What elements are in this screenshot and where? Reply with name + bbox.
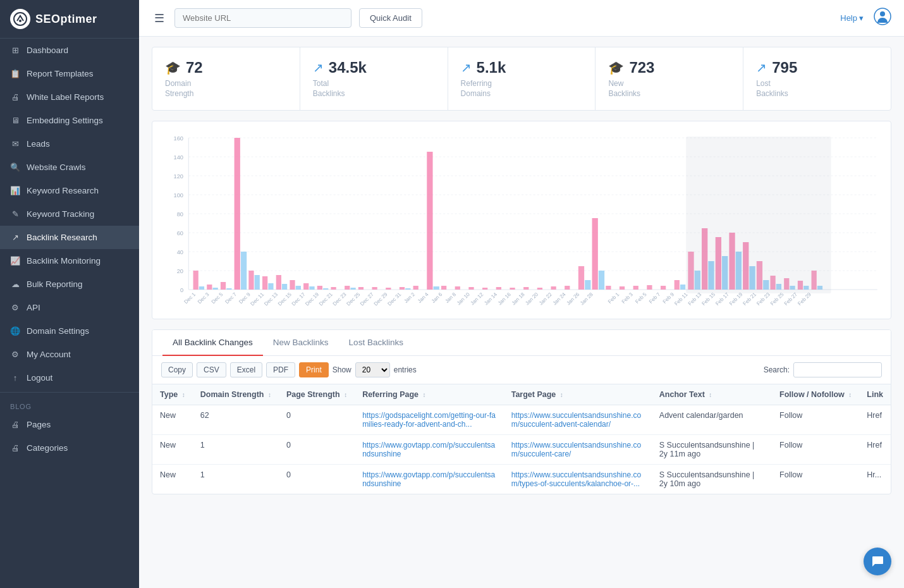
- svg-text:Jan 16: Jan 16: [497, 291, 512, 307]
- table-row: New 62 0 https://godspacelight.com/getti…: [152, 405, 891, 435]
- svg-rect-43: [331, 287, 336, 290]
- col-header-domain-strength[interactable]: Domain Strength ↕: [193, 384, 279, 405]
- sidebar-item-label: Report Templates: [27, 69, 94, 78]
- excel-button[interactable]: Excel: [230, 362, 262, 377]
- svg-rect-45: [350, 288, 355, 290]
- entries-select[interactable]: 20 50 100: [355, 362, 390, 377]
- col-header-anchor-text[interactable]: Anchor Text ↕: [652, 384, 772, 405]
- col-header-follow-nofollow[interactable]: Follow / Nofollow ↕: [772, 384, 859, 405]
- sidebar-item-website-crawls[interactable]: 🔍 Website Crawls: [0, 156, 139, 179]
- search-input[interactable]: [793, 362, 882, 377]
- sidebar-item-white-label-reports[interactable]: 🖨 White Label Reports: [0, 85, 139, 109]
- cell-domain-strength: 62: [193, 405, 279, 435]
- help-button[interactable]: Help ▾: [840, 13, 864, 23]
- sidebar-item-label: Leads: [27, 139, 50, 149]
- svg-text:Feb 11: Feb 11: [673, 291, 689, 307]
- svg-text:100: 100: [174, 192, 183, 199]
- sidebar-item-report-templates[interactable]: 📋 Report Templates: [0, 62, 139, 85]
- svg-text:Dec 23: Dec 23: [332, 291, 348, 307]
- csv-button[interactable]: CSV: [197, 362, 226, 377]
- cell-referring-page[interactable]: https://godspacelight.com/getting-our-fa…: [355, 405, 504, 435]
- cell-type: New: [152, 405, 193, 435]
- header-right: Help ▾: [840, 8, 891, 29]
- sidebar-item-backlink-monitoring[interactable]: 📈 Backlink Monitoring: [0, 249, 139, 273]
- svg-text:Dec 19: Dec 19: [304, 291, 320, 307]
- svg-rect-48: [386, 288, 391, 290]
- cell-domain-strength: 1: [193, 465, 279, 494]
- cell-referring-page[interactable]: https://www.govtapp.com/p/succulentsands…: [355, 435, 504, 465]
- svg-rect-74: [680, 285, 685, 290]
- logout-icon: ↑: [10, 373, 20, 383]
- cell-follow: Follow: [772, 465, 859, 494]
- backlink-research-icon: ↗: [10, 233, 20, 242]
- sidebar-item-categories[interactable]: 🖨 Categories: [0, 436, 139, 460]
- sidebar-item-my-account[interactable]: ⚙ My Account: [0, 343, 139, 366]
- sidebar-item-label: My Account: [27, 350, 71, 359]
- chat-button[interactable]: [864, 548, 891, 575]
- svg-rect-51: [413, 286, 418, 290]
- stat-label-total-backlinks: TotalBacklinks: [313, 79, 435, 99]
- svg-rect-52: [427, 152, 432, 290]
- cell-follow: Follow: [772, 435, 859, 465]
- table-row: New 1 0 https://www.govtapp.com/p/succul…: [152, 465, 891, 494]
- col-header-type[interactable]: Type ↕: [152, 384, 193, 405]
- svg-rect-59: [510, 288, 515, 290]
- svg-rect-60: [523, 287, 528, 290]
- url-input[interactable]: [174, 8, 351, 28]
- referring-domains-icon: ↗: [461, 60, 472, 75]
- cell-target-page[interactable]: https://www.succulentsandsunshine.com/su…: [504, 435, 652, 465]
- svg-text:Feb 29: Feb 29: [797, 291, 812, 307]
- svg-text:Dec 5: Dec 5: [211, 291, 224, 305]
- svg-text:0: 0: [180, 287, 183, 293]
- col-header-page-strength[interactable]: Page Strength ↕: [279, 384, 355, 405]
- show-label: Show: [333, 365, 351, 374]
- tab-all-backlink-changes[interactable]: All Backlink Changes: [162, 330, 263, 356]
- sidebar-item-logout[interactable]: ↑ Logout: [0, 366, 139, 389]
- svg-rect-56: [468, 287, 473, 290]
- sidebar-item-dashboard[interactable]: ⊞ Dashboard: [0, 39, 139, 62]
- stat-card-lost-backlinks: ↗ 795 LostBacklinks: [743, 47, 891, 110]
- svg-rect-50: [405, 288, 410, 290]
- tab-new-backlinks[interactable]: New Backlinks: [263, 330, 339, 356]
- sidebar-item-backlink-research[interactable]: ↗ Backlink Research: [0, 226, 139, 249]
- sidebar-item-keyword-research[interactable]: 📊 Keyword Research: [0, 179, 139, 202]
- sidebar-item-label: Keyword Tracking: [27, 209, 94, 219]
- dashboard-icon: ⊞: [10, 46, 20, 55]
- cell-target-page[interactable]: https://www.succulentsandsunshine.com/ty…: [504, 465, 652, 494]
- cell-type: New: [152, 465, 193, 494]
- cell-target-page[interactable]: https://www.succulentsandsunshine.com/su…: [504, 405, 652, 435]
- col-header-referring-page[interactable]: Referring Page ↕: [355, 384, 504, 405]
- svg-rect-35: [276, 275, 281, 290]
- user-avatar-button[interactable]: [874, 8, 891, 29]
- svg-rect-96: [686, 137, 831, 293]
- svg-rect-39: [303, 283, 308, 290]
- quick-audit-button[interactable]: Quick Audit: [359, 8, 422, 28]
- sidebar-item-bulk-reporting[interactable]: ☁ Bulk Reporting: [0, 273, 139, 296]
- svg-text:Feb 21: Feb 21: [742, 291, 758, 307]
- sidebar-item-pages[interactable]: 🖨 Pages: [0, 413, 139, 436]
- svg-text:Jan 22: Jan 22: [538, 291, 553, 307]
- cell-link: Hr...: [859, 465, 891, 494]
- new-backlinks-icon: 🎓: [608, 60, 624, 75]
- sidebar-item-api[interactable]: ⚙ API: [0, 296, 139, 319]
- copy-button[interactable]: Copy: [161, 362, 193, 377]
- backlinks-table: Type ↕ Domain Strength ↕ Page Strength ↕…: [152, 384, 891, 494]
- print-button[interactable]: Print: [299, 362, 329, 377]
- pdf-button[interactable]: PDF: [266, 362, 295, 377]
- sidebar-item-embedding-settings[interactable]: 🖥 Embedding Settings: [0, 109, 139, 132]
- col-header-target-page[interactable]: Target Page ↕: [504, 384, 652, 405]
- cell-referring-page[interactable]: https://www.govtapp.com/p/succulentsands…: [355, 465, 504, 494]
- svg-rect-53: [434, 286, 439, 290]
- svg-rect-42: [323, 288, 328, 290]
- svg-text:Jan 6: Jan 6: [431, 291, 444, 304]
- svg-text:Feb 25: Feb 25: [769, 291, 785, 307]
- sidebar-item-label: Website Crawls: [27, 162, 86, 172]
- tab-lost-backlinks[interactable]: Lost Backlinks: [339, 330, 413, 356]
- sidebar-item-domain-settings[interactable]: 🌐 Domain Settings: [0, 319, 139, 343]
- hamburger-button[interactable]: ☰: [152, 9, 167, 28]
- col-header-link[interactable]: Link: [859, 384, 891, 405]
- sidebar-item-keyword-tracking[interactable]: ✎ Keyword Tracking: [0, 202, 139, 226]
- svg-point-3: [880, 11, 885, 16]
- svg-text:Jan 18: Jan 18: [511, 291, 526, 307]
- sidebar-item-leads[interactable]: ✉ Leads: [0, 132, 139, 156]
